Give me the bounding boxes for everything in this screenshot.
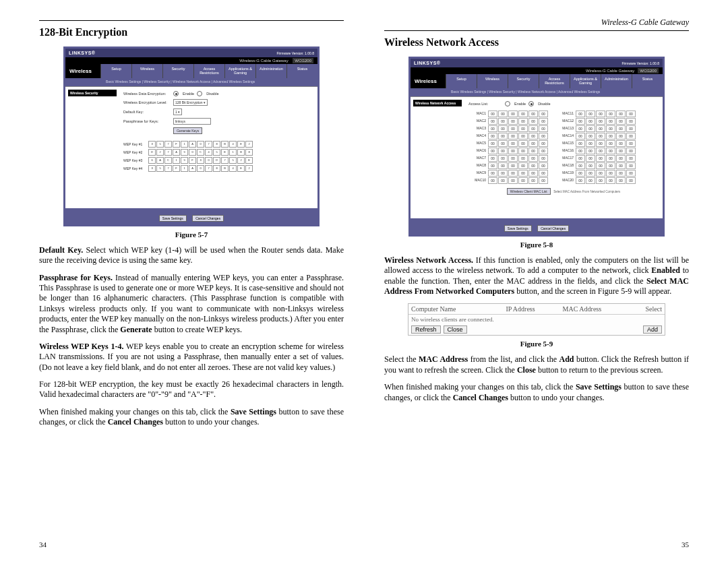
- mac-octet-input[interactable]: 00: [596, 133, 605, 139]
- tab-status[interactable]: Status: [286, 64, 317, 78]
- mac-octet-input[interactable]: 00: [508, 125, 518, 132]
- mac-octet-input[interactable]: 00: [576, 133, 585, 139]
- tab-apps-8[interactable]: Applications & Gaming: [570, 74, 601, 88]
- mac-octet-input[interactable]: 00: [626, 111, 636, 117]
- mac-octet-input[interactable]: 00: [518, 133, 528, 139]
- mac-octet-input[interactable]: 00: [518, 155, 528, 162]
- mac-octet-input[interactable]: 00: [586, 133, 595, 139]
- tab-apps[interactable]: Applications & Gaming: [224, 64, 255, 78]
- mac-octet-input[interactable]: 00: [596, 155, 605, 162]
- mac-octet-input[interactable]: 00: [518, 111, 528, 117]
- mac-octet-input[interactable]: 00: [528, 140, 538, 147]
- radio-enable[interactable]: [173, 91, 179, 96]
- mac-octet-input[interactable]: 00: [606, 177, 615, 184]
- mac-octet-input[interactable]: 00: [596, 162, 605, 169]
- mac-octet-input[interactable]: 00: [528, 118, 538, 125]
- mac-octet-input[interactable]: 00: [498, 177, 508, 184]
- mac-octet-input[interactable]: 00: [606, 111, 615, 117]
- mac-octet-input[interactable]: 00: [626, 118, 636, 125]
- mac-octet-input[interactable]: 00: [616, 118, 626, 125]
- mac-octet-input[interactable]: 00: [528, 155, 538, 162]
- mac-octet-input[interactable]: 00: [626, 155, 636, 162]
- mac-octet-input[interactable]: 00: [539, 125, 548, 132]
- tab-admin[interactable]: Administration: [255, 64, 286, 78]
- mac-octet-input[interactable]: 00: [626, 125, 636, 132]
- mac-octet-input[interactable]: 00: [498, 118, 508, 125]
- mac-octet-input[interactable]: 00: [626, 162, 636, 169]
- mac-octet-input[interactable]: 00: [626, 133, 636, 139]
- tab-setup[interactable]: Setup: [100, 64, 131, 78]
- mac-octet-input[interactable]: 00: [596, 148, 605, 154]
- mac-octet-input[interactable]: 00: [528, 111, 538, 117]
- mac-octet-input[interactable]: 00: [586, 118, 595, 125]
- mac-octet-input[interactable]: 00: [488, 177, 497, 184]
- radio-access-disable[interactable]: [528, 101, 534, 106]
- generate-keys-button[interactable]: Generate Keys: [173, 127, 202, 134]
- mac-octet-input[interactable]: 00: [606, 118, 615, 125]
- mac-octet-input[interactable]: 00: [576, 155, 585, 162]
- mac-octet-input[interactable]: 00: [508, 111, 518, 117]
- mac-octet-input[interactable]: 00: [606, 162, 615, 169]
- select-enc-level[interactable]: 128 Bit Encryption ▾: [173, 99, 208, 106]
- mac-octet-input[interactable]: 00: [498, 148, 508, 154]
- mac-octet-input[interactable]: 00: [488, 133, 497, 139]
- select-default-key[interactable]: 1 ▾: [173, 108, 182, 115]
- mac-octet-input[interactable]: 00: [518, 170, 528, 177]
- save-settings-button[interactable]: Save Settings: [159, 215, 187, 222]
- cancel-changes-button-8[interactable]: Cancel Changes: [537, 225, 569, 232]
- mac-octet-input[interactable]: 00: [606, 155, 615, 162]
- mac-octet-input[interactable]: 00: [518, 125, 528, 132]
- mac-octet-input[interactable]: 00: [539, 148, 548, 154]
- mac-octet-input[interactable]: 00: [616, 155, 626, 162]
- mac-octet-input[interactable]: 00: [518, 162, 528, 169]
- mac-octet-input[interactable]: 00: [488, 162, 497, 169]
- mac-octet-input[interactable]: 00: [498, 125, 508, 132]
- mac-octet-input[interactable]: 00: [539, 140, 548, 147]
- mac-octet-input[interactable]: 00: [616, 140, 626, 147]
- mac-octet-input[interactable]: 00: [508, 162, 518, 169]
- mac-octet-input[interactable]: 00: [498, 133, 508, 139]
- mac-octet-input[interactable]: 00: [508, 140, 518, 147]
- save-settings-button-8[interactable]: Save Settings: [504, 225, 532, 232]
- mac-octet-input[interactable]: 00: [539, 111, 548, 117]
- mac-octet-input[interactable]: 00: [616, 111, 626, 117]
- mac-octet-input[interactable]: 00: [616, 125, 626, 132]
- mac-octet-input[interactable]: 00: [498, 170, 508, 177]
- mac-octet-input[interactable]: 00: [576, 125, 585, 132]
- mac-octet-input[interactable]: 00: [508, 170, 518, 177]
- tab-access-8[interactable]: Access Restrictions: [539, 74, 570, 88]
- mac-octet-input[interactable]: 00: [508, 133, 518, 139]
- mac-octet-input[interactable]: 00: [626, 177, 636, 184]
- mac-octet-input[interactable]: 00: [488, 140, 497, 147]
- tab-access[interactable]: Access Restrictions: [193, 64, 224, 78]
- mac-octet-input[interactable]: 00: [488, 148, 497, 154]
- mac-octet-input[interactable]: 00: [586, 111, 595, 117]
- mac-octet-input[interactable]: 00: [528, 133, 538, 139]
- mac-octet-input[interactable]: 00: [508, 148, 518, 154]
- mac-octet-input[interactable]: 00: [586, 170, 595, 177]
- tab-admin-8[interactable]: Administration: [601, 74, 632, 88]
- wireless-client-mac-list-button[interactable]: Wireless Client MAC List: [507, 188, 551, 195]
- tab-status-8[interactable]: Status: [632, 74, 663, 88]
- mac-octet-input[interactable]: 00: [528, 177, 538, 184]
- mac-octet-input[interactable]: 00: [586, 148, 595, 154]
- mac-octet-input[interactable]: 00: [488, 125, 497, 132]
- mac-octet-input[interactable]: 00: [528, 125, 538, 132]
- mac-octet-input[interactable]: 00: [488, 111, 497, 117]
- mac-octet-input[interactable]: 00: [586, 155, 595, 162]
- mac-octet-input[interactable]: 00: [539, 177, 548, 184]
- mac-octet-input[interactable]: 00: [616, 133, 626, 139]
- cancel-changes-button[interactable]: Cancel Changes: [192, 215, 224, 222]
- mac-octet-input[interactable]: 00: [518, 140, 528, 147]
- mac-octet-input[interactable]: 00: [606, 133, 615, 139]
- mac-octet-input[interactable]: 00: [498, 155, 508, 162]
- mac-octet-input[interactable]: 00: [528, 170, 538, 177]
- mac-octet-input[interactable]: 00: [596, 140, 605, 147]
- mac-octet-input[interactable]: 00: [606, 148, 615, 154]
- mac-octet-input[interactable]: 00: [586, 140, 595, 147]
- mac-octet-input[interactable]: 00: [576, 177, 585, 184]
- mac-octet-input[interactable]: 00: [606, 125, 615, 132]
- mac-octet-input[interactable]: 00: [596, 111, 605, 117]
- mac-octet-input[interactable]: 00: [596, 170, 605, 177]
- mac-octet-input[interactable]: 00: [616, 177, 626, 184]
